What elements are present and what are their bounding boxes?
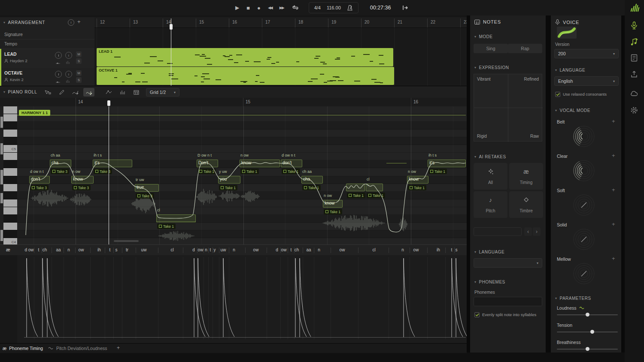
tempo-lane[interactable]: Tempo bbox=[0, 39, 94, 49]
singer-name[interactable]: Kevin 2 bbox=[10, 77, 24, 82]
library-tab-icon[interactable] bbox=[630, 54, 638, 62]
note[interactable] bbox=[346, 184, 365, 191]
take-badge[interactable]: Take 3 bbox=[51, 169, 69, 174]
pattern-tool[interactable] bbox=[131, 88, 142, 97]
take-badge[interactable]: Take 1 bbox=[240, 169, 259, 174]
retake-next-button[interactable] bbox=[533, 227, 541, 236]
piano-key[interactable] bbox=[3, 199, 17, 207]
signature-lane[interactable]: Signature bbox=[0, 30, 94, 39]
note-language-dropdown[interactable] bbox=[474, 258, 542, 268]
phoneme[interactable]: t bbox=[291, 247, 292, 252]
slider-knob-breathiness[interactable] bbox=[586, 347, 589, 351]
vocal-mode-dial[interactable] bbox=[572, 124, 596, 148]
vocal-mode-add-button[interactable] bbox=[612, 221, 615, 227]
arrangement-info-icon[interactable] bbox=[68, 19, 74, 26]
expression-pad[interactable]: Vibrant Refined Rigid Raw bbox=[474, 74, 542, 142]
phoneme[interactable]: n bbox=[233, 247, 235, 252]
note[interactable]: know bbox=[407, 176, 428, 184]
phoneme[interactable]: ow bbox=[198, 247, 204, 252]
vocal-mode-add-button[interactable] bbox=[612, 187, 615, 193]
vocal-mode-section-header[interactable]: VOCAL MODE bbox=[555, 108, 590, 113]
checkbox-checked-icon[interactable] bbox=[474, 312, 480, 317]
skip-to-end-icon[interactable] bbox=[401, 4, 409, 11]
note[interactable]: know bbox=[323, 200, 343, 208]
ai-retake-timbre-button[interactable]: Timbre bbox=[509, 191, 543, 218]
piano-key[interactable] bbox=[3, 207, 17, 215]
phoneme[interactable]: ow bbox=[340, 247, 345, 252]
metronome-icon[interactable] bbox=[347, 5, 353, 11]
add-parameter-lane-button[interactable] bbox=[117, 345, 120, 351]
mode-sing-button[interactable]: Sing bbox=[474, 44, 508, 53]
track-info-knob[interactable] bbox=[65, 52, 72, 59]
phoneme[interactable]: d bbox=[192, 247, 195, 252]
checkbox-checked-icon[interactable] bbox=[555, 92, 560, 97]
histogram-tool[interactable] bbox=[117, 88, 128, 97]
ai-retake-pitch-button[interactable]: ♪Pitch bbox=[474, 191, 507, 218]
clip-octave-1[interactable]: OCTAVE 1 bbox=[97, 67, 394, 85]
piano-key[interactable] bbox=[3, 168, 17, 176]
take-badge[interactable]: Take 1 bbox=[408, 185, 426, 190]
language-section-header[interactable]: LANGUAGE bbox=[474, 250, 504, 254]
piano-key[interactable] bbox=[3, 230, 17, 238]
note[interactable]: true bbox=[135, 184, 159, 192]
expression-section-header[interactable]: EXPRESSION bbox=[474, 65, 509, 70]
export-tab-icon[interactable] bbox=[630, 70, 638, 78]
phonemes-input[interactable] bbox=[474, 297, 542, 306]
vocal-mode-dial[interactable] bbox=[572, 193, 596, 217]
piano-roll-title[interactable]: PIANO ROLL bbox=[3, 90, 37, 94]
note[interactable]: don't bbox=[281, 160, 302, 167]
tab-phoneme-timing[interactable]: Phoneme Timing bbox=[3, 344, 43, 353]
phoneme[interactable]: ch bbox=[295, 247, 299, 252]
retake-prev-button[interactable] bbox=[524, 227, 532, 236]
ai-retakes-section-header[interactable]: AI RETAKES bbox=[474, 154, 506, 159]
note[interactable]: you bbox=[218, 176, 240, 184]
take-badge[interactable]: Take 1 bbox=[219, 185, 237, 190]
voice-language-dropdown[interactable]: English bbox=[554, 76, 619, 86]
tab-pitch-deviation-loudness[interactable]: Pitch Deviation/Loudness bbox=[48, 344, 107, 353]
piano-roll-ruler[interactable]: 141516 bbox=[0, 98, 467, 107]
piano-key[interactable] bbox=[3, 130, 17, 137]
note[interactable]: know bbox=[240, 160, 280, 167]
phoneme[interactable]: n bbox=[205, 247, 207, 252]
phoneme[interactable]: d bbox=[276, 247, 278, 252]
vocal-mode-dial[interactable] bbox=[572, 159, 596, 183]
play-button[interactable] bbox=[235, 5, 239, 10]
take-badge[interactable]: Take 1 bbox=[367, 193, 385, 198]
piano-key[interactable] bbox=[3, 215, 17, 223]
vocal-mode-dial[interactable] bbox=[572, 262, 596, 286]
phoneme[interactable]: tr bbox=[126, 247, 128, 252]
slider-knob-loudness[interactable] bbox=[586, 313, 589, 317]
grid-size-dropdown[interactable]: Grid 1/2 bbox=[146, 88, 179, 97]
record-button[interactable] bbox=[257, 5, 261, 11]
phoneme[interactable]: cl bbox=[372, 247, 375, 252]
phoneme[interactable]: t bbox=[38, 247, 39, 252]
track-gain-knob[interactable] bbox=[55, 52, 62, 59]
phoneme[interactable]: ow bbox=[253, 247, 259, 252]
phoneme[interactable]: t bbox=[451, 247, 453, 252]
phoneme[interactable]: ow bbox=[281, 247, 287, 252]
phoneme[interactable]: s bbox=[115, 247, 118, 252]
note[interactable]: it's bbox=[93, 160, 132, 167]
settings-gear-icon[interactable] bbox=[630, 106, 638, 114]
rewind-button[interactable] bbox=[268, 6, 272, 10]
piano-key[interactable] bbox=[3, 223, 17, 230]
piano-key[interactable] bbox=[3, 106, 17, 114]
phoneme[interactable]: n bbox=[401, 247, 404, 252]
playhead-handle[interactable] bbox=[170, 24, 173, 30]
harmony-track-badge[interactable]: HARMONY 1 1 bbox=[19, 110, 50, 116]
take-badge[interactable]: Take 1 bbox=[157, 223, 176, 229]
version-dropdown[interactable]: 200 bbox=[554, 49, 619, 58]
relaxed-consonants-checkbox-row[interactable]: Use relaxed consonants bbox=[555, 92, 620, 97]
phoneme[interactable]: d ow bbox=[24, 247, 33, 252]
horizontal-scrollbar-thumb[interactable] bbox=[114, 240, 139, 242]
vocal-mode-dial[interactable] bbox=[572, 227, 596, 251]
take-badge[interactable]: Take 3 bbox=[72, 185, 91, 190]
take-badge[interactable]: Take 1 bbox=[428, 169, 447, 174]
piano-key[interactable] bbox=[3, 192, 17, 199]
note[interactable]: don't bbox=[29, 176, 50, 184]
take-badge[interactable]: Take 1 bbox=[282, 169, 300, 174]
phoneme[interactable]: aa bbox=[306, 247, 311, 252]
phoneme[interactable]: t bbox=[109, 247, 111, 252]
mode-rap-button[interactable]: Rap bbox=[508, 44, 542, 53]
phoneme[interactable]: s bbox=[456, 247, 458, 252]
